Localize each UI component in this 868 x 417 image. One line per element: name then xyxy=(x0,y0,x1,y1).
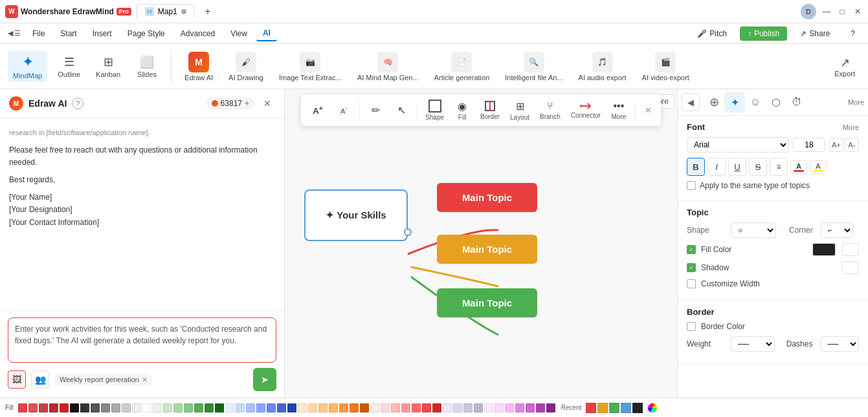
ai-tag-remove[interactable]: ✕ xyxy=(142,376,148,384)
menu-insert[interactable]: Insert xyxy=(86,27,118,41)
color-swatch-item[interactable] xyxy=(205,403,214,412)
collapse-ribbon-button[interactable]: ◀ ☰ xyxy=(5,28,23,39)
toolbar-mindmap[interactable]: ✦ MindMap xyxy=(8,51,47,82)
color-swatch-item[interactable] xyxy=(536,403,545,412)
color-swatch-item[interactable] xyxy=(246,403,255,412)
maximize-button[interactable]: □ xyxy=(837,6,847,17)
color-swatch-item[interactable] xyxy=(381,403,390,412)
fill-color-swatch[interactable] xyxy=(812,243,836,256)
color-wheel-button[interactable] xyxy=(647,403,658,413)
ft-border-button[interactable]: Border xyxy=(476,98,504,123)
toolbar-slides[interactable]: ⬜ Slides xyxy=(131,52,163,81)
collapse-panel-button[interactable]: ◀ xyxy=(682,93,700,111)
font-family-select[interactable]: Arial Times New Roman Helvetica xyxy=(687,137,789,153)
color-swatch-item[interactable] xyxy=(422,403,431,412)
color-swatch-item[interactable] xyxy=(28,403,38,412)
recent-swatch-item[interactable] xyxy=(621,403,631,413)
italic-button[interactable]: I xyxy=(707,158,726,176)
color-swatch-item[interactable] xyxy=(318,403,328,412)
color-swatch-item[interactable] xyxy=(256,403,265,412)
color-swatch-item[interactable] xyxy=(474,403,483,412)
rp-tab-clock[interactable]: ⏱ xyxy=(786,92,807,112)
color-swatch-item[interactable] xyxy=(339,403,348,412)
toolbar-kanban[interactable]: ⊞ Kanban xyxy=(91,52,126,81)
font-section-more[interactable]: More xyxy=(843,123,859,131)
color-swatch-item[interactable] xyxy=(80,403,89,412)
menu-advanced[interactable]: Advanced xyxy=(174,27,221,41)
ai-help-button[interactable]: ? xyxy=(72,98,83,109)
fill-color-checkbox[interactable]: ✓ xyxy=(687,245,696,254)
underline-button[interactable]: U xyxy=(728,158,746,176)
menu-ai[interactable]: AI xyxy=(256,26,277,41)
color-swatch-item[interactable] xyxy=(49,403,58,412)
dashes-select[interactable]: ── - - ··· xyxy=(820,336,859,352)
color-swatch-item[interactable] xyxy=(153,403,162,412)
menu-view[interactable]: View xyxy=(224,27,254,41)
menu-file[interactable]: File xyxy=(26,27,51,41)
toolbar-image-text[interactable]: 📷 Image Text Extrac... xyxy=(274,49,347,84)
ft-connector-button[interactable]: Connector xyxy=(567,99,605,122)
pitch-button[interactable]: 🎤 Pitch xyxy=(689,27,735,41)
toolbar-ai-mindmap-gen[interactable]: 🧠 AI Mind Map Gen... xyxy=(352,49,424,84)
ai-people-button[interactable]: 👥 xyxy=(31,370,49,389)
canvas-area[interactable]: A+ A- ✏ ↖ Shape ◉ Fill xyxy=(285,89,677,398)
corner-select[interactable]: ⌐ □ xyxy=(821,222,853,238)
ai-image-button[interactable]: 🖼 xyxy=(8,370,26,389)
text-decrease-button[interactable]: A- xyxy=(332,103,355,118)
color-swatch-item[interactable] xyxy=(443,403,452,412)
color-swatch-item[interactable] xyxy=(70,403,79,412)
font-increase-button[interactable]: A+ xyxy=(829,138,843,152)
color-swatch-item[interactable] xyxy=(463,403,473,412)
rp-tab-shield[interactable]: ⬡ xyxy=(766,92,786,112)
shadow-color-swatch[interactable] xyxy=(842,261,859,274)
color-swatch-item[interactable] xyxy=(111,403,120,412)
toolbar-ai-drawing[interactable]: 🖌 AI Drawing xyxy=(223,49,269,84)
color-swatch-item[interactable] xyxy=(515,403,524,412)
font-color-button[interactable]: A xyxy=(790,160,807,174)
rp-tab-sparkle[interactable]: ✦ xyxy=(724,92,745,112)
color-swatch-item[interactable] xyxy=(215,403,224,412)
color-swatch-item[interactable] xyxy=(60,403,69,412)
color-swatch-item[interactable] xyxy=(194,403,203,412)
center-topic-node[interactable]: ✦ Your Skills xyxy=(304,189,408,241)
toolbar-outline[interactable]: ☰ Outline xyxy=(52,52,85,81)
main-topic-node-1[interactable]: Main Topic xyxy=(437,183,537,212)
ai-mode-tag[interactable]: Weekly report generation ✕ xyxy=(54,374,153,386)
recent-swatch-item[interactable] xyxy=(632,403,643,413)
weight-select[interactable]: ── — ━━ xyxy=(731,336,775,352)
ft-shape-button[interactable]: Shape xyxy=(421,97,448,123)
text-increase-button[interactable]: A+ xyxy=(306,102,329,118)
strikethrough-button[interactable]: S xyxy=(749,158,767,176)
color-swatch-item[interactable] xyxy=(173,403,183,412)
color-swatch-item[interactable] xyxy=(453,403,462,412)
color-swatch-item[interactable] xyxy=(18,403,27,412)
color-swatch-item[interactable] xyxy=(308,403,317,412)
color-swatch-item[interactable] xyxy=(142,403,151,412)
toolbar-ai-video[interactable]: 🎬 AI video export xyxy=(637,49,695,84)
rp-tab-style[interactable]: ⊕ xyxy=(704,92,724,112)
ai-input-text[interactable]: Enter your work activities for this week… xyxy=(15,323,269,347)
ft-branch-button[interactable]: ⑂ Branch xyxy=(536,98,564,123)
text-highlight-button[interactable]: A xyxy=(810,160,827,174)
ft-more-button[interactable]: ••• More xyxy=(607,98,630,123)
color-swatch-item[interactable] xyxy=(360,403,369,412)
new-tab-button[interactable]: + xyxy=(200,4,216,19)
color-swatch-item[interactable] xyxy=(184,403,193,412)
share-button[interactable]: ⇗ Share xyxy=(792,27,838,41)
color-swatch-item[interactable] xyxy=(39,403,48,412)
color-swatch-item[interactable] xyxy=(350,403,359,412)
border-color-checkbox[interactable] xyxy=(687,322,696,331)
customize-width-checkbox[interactable] xyxy=(687,279,696,288)
main-topic-node-3[interactable]: Main Topic xyxy=(437,288,537,317)
ai-points-plus[interactable]: + xyxy=(245,99,249,108)
avatar[interactable]: D xyxy=(801,4,816,19)
color-swatch-item[interactable] xyxy=(505,403,514,412)
ft-fill-button[interactable]: ◉ Fill xyxy=(451,98,474,123)
color-swatch-item[interactable] xyxy=(401,403,410,412)
color-swatch-item[interactable] xyxy=(526,403,535,412)
minimize-button[interactable]: — xyxy=(821,6,832,17)
close-button[interactable]: ✕ xyxy=(852,6,863,17)
color-swatch-item[interactable] xyxy=(412,403,421,412)
toolbar-ai-audio[interactable]: 🎵 AI audio export xyxy=(573,49,632,84)
ft-layout-button[interactable]: ⊞ Layout xyxy=(506,98,533,123)
